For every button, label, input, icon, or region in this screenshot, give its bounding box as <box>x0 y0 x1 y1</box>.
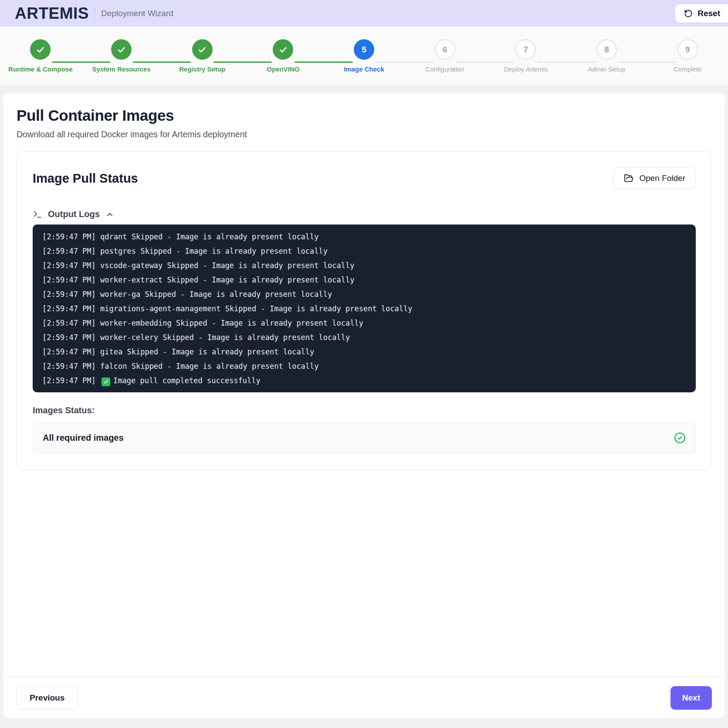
check-icon <box>197 45 207 54</box>
step-number: 7 <box>524 45 528 54</box>
images-status-label: Images Status: <box>33 405 696 415</box>
artemis-logo: ARTEMIS <box>15 4 89 23</box>
reset-button[interactable]: Reset <box>675 4 728 23</box>
reset-button-label: Reset <box>698 9 720 18</box>
step-circle-8[interactable]: 8 <box>596 39 617 60</box>
page-subtitle: Download all required Docker images for … <box>17 129 712 139</box>
step-label: Image Check <box>344 65 384 73</box>
next-button[interactable]: Next <box>670 686 712 710</box>
log-line: [2:59:47 PM] postgres Skipped - Image is… <box>42 244 687 259</box>
wizard-stepper: Runtime & Compose System Resources Regis… <box>0 27 728 85</box>
step-label: Admin Setup <box>588 65 626 73</box>
wizard-footer: Previous Next <box>3 677 725 718</box>
folder-open-icon <box>624 173 633 183</box>
step-circle-1[interactable] <box>30 39 51 60</box>
step-circle-7[interactable]: 7 <box>515 39 536 60</box>
step-label: Complete <box>674 65 701 73</box>
step-label: Runtime & Compose <box>8 65 73 73</box>
log-line: [2:59:47 PM] vscode-gateway Skipped - Im… <box>42 259 687 273</box>
step-label: Configuration <box>426 65 464 73</box>
top-bar: ARTEMIS Deployment Wizard Reset <box>0 0 728 27</box>
output-logs-toggle[interactable]: Output Logs <box>33 209 114 219</box>
log-line: [2:59:47 PM] gitea Skipped - Image is al… <box>42 345 687 359</box>
check-icon <box>36 45 45 54</box>
rotate-ccw-icon <box>684 9 693 18</box>
log-success-message: Image pull completed successfully <box>113 376 261 385</box>
open-folder-button[interactable]: Open Folder <box>613 167 696 189</box>
step-number: 9 <box>685 45 690 54</box>
step-number: 6 <box>443 45 447 54</box>
panel-title: Image Pull Status <box>33 171 138 186</box>
log-line: [2:59:47 PM] worker-ga Skipped - Image i… <box>42 287 687 302</box>
log-line-success: [2:59:47 PM] Image pull completed succes… <box>42 374 687 388</box>
step-circle-6[interactable]: 6 <box>435 39 455 60</box>
previous-button[interactable]: Previous <box>16 686 78 710</box>
open-folder-label: Open Folder <box>639 173 685 183</box>
step-circle-9[interactable]: 9 <box>677 39 698 60</box>
step-number: 5 <box>362 45 366 54</box>
log-success-timestamp: [2:59:47 PM] <box>42 376 100 385</box>
step-number: 8 <box>604 45 609 54</box>
topbar-divider <box>95 7 95 20</box>
panel-header: Image Pull Status Open Folder <box>33 167 696 189</box>
topbar-subtitle: Deployment Wizard <box>101 9 173 18</box>
terminal-icon <box>33 210 42 219</box>
status-row-text: All required images <box>43 433 124 443</box>
step-complete: 9 Complete <box>647 39 728 85</box>
step-label: Deploy Artemis <box>504 65 548 73</box>
main-content-card: Pull Container Images Download all requi… <box>3 93 725 718</box>
step-label: System Resources <box>92 65 150 73</box>
output-log-panel[interactable]: [2:59:47 PM] qdrant Skipped - Image is a… <box>33 225 696 392</box>
step-label: OpenVINO <box>267 65 299 73</box>
step-circle-4[interactable] <box>273 39 293 60</box>
step-circle-3[interactable] <box>192 39 213 60</box>
log-line: [2:59:47 PM] migrations-agent-management… <box>42 302 687 316</box>
step-circle-2[interactable] <box>111 39 132 60</box>
check-emoji-icon <box>102 378 110 386</box>
log-line: [2:59:47 PM] falcon Skipped - Image is a… <box>42 359 687 374</box>
step-circle-5[interactable]: 5 <box>354 39 374 60</box>
log-line: [2:59:47 PM] qdrant Skipped - Image is a… <box>42 230 687 244</box>
log-line: [2:59:47 PM] worker-celery Skipped - Ima… <box>42 330 687 345</box>
check-circle-icon <box>674 432 686 444</box>
image-pull-status-panel: Image Pull Status Open Folder Output Log… <box>17 151 712 470</box>
log-line: [2:59:47 PM] worker-extract Skipped - Im… <box>42 273 687 287</box>
page-title: Pull Container Images <box>17 107 712 124</box>
step-label: Registry Setup <box>179 65 225 73</box>
chevron-up-icon <box>105 210 114 219</box>
output-logs-label: Output Logs <box>48 209 100 219</box>
log-line: [2:59:47 PM] worker-embedding Skipped - … <box>42 316 687 330</box>
check-icon <box>117 45 126 54</box>
all-required-images-row: All required images <box>33 422 696 454</box>
check-icon <box>278 45 288 54</box>
